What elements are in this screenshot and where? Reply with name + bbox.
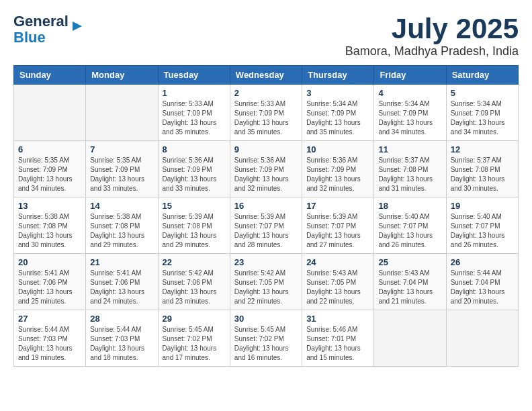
day-number: 4: [378, 88, 441, 98]
day-info: Sunrise: 5:37 AM Sunset: 7:08 PM Dayligh…: [378, 156, 441, 193]
calendar-cell: [14, 85, 86, 141]
calendar-cell: [86, 85, 158, 141]
day-info: Sunrise: 5:42 AM Sunset: 7:06 PM Dayligh…: [163, 269, 226, 306]
day-number: 30: [234, 314, 298, 324]
day-number: 2: [234, 88, 298, 98]
day-info: Sunrise: 5:41 AM Sunset: 7:06 PM Dayligh…: [18, 269, 81, 306]
day-number: 27: [18, 314, 81, 324]
day-number: 11: [378, 144, 441, 154]
day-info: Sunrise: 5:36 AM Sunset: 7:09 PM Dayligh…: [234, 156, 298, 193]
calendar-cell: 5Sunrise: 5:34 AM Sunset: 7:09 PM Daylig…: [446, 85, 518, 141]
day-info: Sunrise: 5:45 AM Sunset: 7:02 PM Dayligh…: [234, 325, 298, 363]
calendar-cell: 11Sunrise: 5:37 AM Sunset: 7:08 PM Dayli…: [374, 141, 446, 197]
logo-text: GeneralBlue: [13, 13, 69, 46]
calendar-cell: 25Sunrise: 5:43 AM Sunset: 7:04 PM Dayli…: [374, 254, 446, 310]
calendar-cell: 29Sunrise: 5:45 AM Sunset: 7:02 PM Dayli…: [158, 310, 230, 367]
calendar-cell: 26Sunrise: 5:44 AM Sunset: 7:04 PM Dayli…: [446, 254, 518, 310]
calendar-cell: 20Sunrise: 5:41 AM Sunset: 7:06 PM Dayli…: [14, 254, 86, 310]
day-number: 28: [90, 314, 153, 324]
day-info: Sunrise: 5:39 AM Sunset: 7:07 PM Dayligh…: [306, 212, 369, 250]
day-number: 15: [163, 201, 226, 211]
day-info: Sunrise: 5:35 AM Sunset: 7:09 PM Dayligh…: [18, 156, 81, 193]
calendar-body: 1Sunrise: 5:33 AM Sunset: 7:09 PM Daylig…: [14, 85, 519, 367]
day-number: 12: [451, 144, 514, 154]
day-number: 25: [378, 257, 441, 267]
day-info: Sunrise: 5:44 AM Sunset: 7:03 PM Dayligh…: [18, 325, 81, 363]
day-number: 16: [234, 201, 298, 211]
day-number: 31: [306, 314, 369, 324]
svg-marker-0: [73, 21, 82, 31]
calendar-week-2: 6Sunrise: 5:35 AM Sunset: 7:09 PM Daylig…: [14, 141, 519, 197]
calendar-cell: 15Sunrise: 5:39 AM Sunset: 7:08 PM Dayli…: [158, 197, 230, 254]
calendar-cell: 19Sunrise: 5:40 AM Sunset: 7:07 PM Dayli…: [446, 197, 518, 254]
day-info: Sunrise: 5:43 AM Sunset: 7:04 PM Dayligh…: [378, 269, 441, 306]
calendar-cell: 27Sunrise: 5:44 AM Sunset: 7:03 PM Dayli…: [14, 310, 86, 367]
day-info: Sunrise: 5:34 AM Sunset: 7:09 PM Dayligh…: [451, 99, 514, 137]
day-number: 9: [234, 144, 298, 154]
calendar-week-4: 20Sunrise: 5:41 AM Sunset: 7:06 PM Dayli…: [14, 254, 519, 310]
page-header: GeneralBlue July 2025 Bamora, Madhya Pra…: [13, 13, 519, 58]
day-number: 6: [18, 144, 81, 154]
calendar-cell: 31Sunrise: 5:46 AM Sunset: 7:01 PM Dayli…: [302, 310, 374, 367]
day-number: 13: [18, 201, 81, 211]
calendar-cell: 24Sunrise: 5:43 AM Sunset: 7:05 PM Dayli…: [302, 254, 374, 310]
day-number: 22: [163, 257, 226, 267]
calendar-table: SundayMondayTuesdayWednesdayThursdayFrid…: [13, 65, 519, 367]
day-info: Sunrise: 5:40 AM Sunset: 7:07 PM Dayligh…: [451, 212, 514, 250]
calendar-cell: 10Sunrise: 5:36 AM Sunset: 7:09 PM Dayli…: [302, 141, 374, 197]
day-number: 3: [306, 88, 369, 98]
day-info: Sunrise: 5:33 AM Sunset: 7:09 PM Dayligh…: [163, 99, 226, 137]
day-number: 20: [18, 257, 81, 267]
calendar-cell: 8Sunrise: 5:36 AM Sunset: 7:09 PM Daylig…: [158, 141, 230, 197]
day-info: Sunrise: 5:42 AM Sunset: 7:05 PM Dayligh…: [234, 269, 298, 306]
calendar-cell: 14Sunrise: 5:38 AM Sunset: 7:08 PM Dayli…: [86, 197, 158, 254]
day-info: Sunrise: 5:38 AM Sunset: 7:08 PM Dayligh…: [90, 212, 153, 250]
calendar-cell: 6Sunrise: 5:35 AM Sunset: 7:09 PM Daylig…: [14, 141, 86, 197]
calendar-cell: 1Sunrise: 5:33 AM Sunset: 7:09 PM Daylig…: [158, 85, 230, 141]
day-number: 8: [163, 144, 226, 154]
calendar-cell: 30Sunrise: 5:45 AM Sunset: 7:02 PM Dayli…: [230, 310, 302, 367]
day-info: Sunrise: 5:43 AM Sunset: 7:05 PM Dayligh…: [306, 269, 369, 306]
day-info: Sunrise: 5:45 AM Sunset: 7:02 PM Dayligh…: [163, 325, 226, 363]
weekday-header-tuesday: Tuesday: [158, 66, 230, 85]
day-number: 5: [451, 88, 514, 98]
calendar-cell: 22Sunrise: 5:42 AM Sunset: 7:06 PM Dayli…: [158, 254, 230, 310]
weekday-header-wednesday: Wednesday: [230, 66, 302, 85]
calendar-cell: 12Sunrise: 5:37 AM Sunset: 7:08 PM Dayli…: [446, 141, 518, 197]
day-info: Sunrise: 5:39 AM Sunset: 7:08 PM Dayligh…: [163, 212, 226, 250]
calendar-cell: 17Sunrise: 5:39 AM Sunset: 7:07 PM Dayli…: [302, 197, 374, 254]
weekday-header-friday: Friday: [374, 66, 446, 85]
day-number: 21: [90, 257, 153, 267]
day-number: 29: [163, 314, 226, 324]
day-info: Sunrise: 5:38 AM Sunset: 7:08 PM Dayligh…: [18, 212, 81, 250]
location-subtitle: Bamora, Madhya Pradesh, India: [345, 44, 519, 58]
day-number: 7: [90, 144, 153, 154]
calendar-cell: 13Sunrise: 5:38 AM Sunset: 7:08 PM Dayli…: [14, 197, 86, 254]
day-info: Sunrise: 5:37 AM Sunset: 7:08 PM Dayligh…: [451, 156, 514, 193]
calendar-header-row: SundayMondayTuesdayWednesdayThursdayFrid…: [14, 66, 519, 85]
day-info: Sunrise: 5:35 AM Sunset: 7:09 PM Dayligh…: [90, 156, 153, 193]
day-number: 26: [451, 257, 514, 267]
calendar-cell: 28Sunrise: 5:44 AM Sunset: 7:03 PM Dayli…: [86, 310, 158, 367]
weekday-header-sunday: Sunday: [14, 66, 86, 85]
calendar-cell: [374, 310, 446, 367]
day-number: 23: [234, 257, 298, 267]
day-number: 14: [90, 201, 153, 211]
day-number: 10: [306, 144, 369, 154]
day-info: Sunrise: 5:34 AM Sunset: 7:09 PM Dayligh…: [378, 99, 441, 137]
day-info: Sunrise: 5:41 AM Sunset: 7:06 PM Dayligh…: [90, 269, 153, 306]
calendar-cell: 23Sunrise: 5:42 AM Sunset: 7:05 PM Dayli…: [230, 254, 302, 310]
calendar-cell: 7Sunrise: 5:35 AM Sunset: 7:09 PM Daylig…: [86, 141, 158, 197]
calendar-cell: 21Sunrise: 5:41 AM Sunset: 7:06 PM Dayli…: [86, 254, 158, 310]
title-block: July 2025 Bamora, Madhya Pradesh, India: [345, 13, 519, 58]
calendar-cell: 18Sunrise: 5:40 AM Sunset: 7:07 PM Dayli…: [374, 197, 446, 254]
calendar-week-5: 27Sunrise: 5:44 AM Sunset: 7:03 PM Dayli…: [14, 310, 519, 367]
day-info: Sunrise: 5:36 AM Sunset: 7:09 PM Dayligh…: [163, 156, 226, 193]
weekday-header-saturday: Saturday: [446, 66, 518, 85]
day-number: 19: [451, 201, 514, 211]
day-info: Sunrise: 5:34 AM Sunset: 7:09 PM Dayligh…: [306, 99, 369, 137]
calendar-cell: 2Sunrise: 5:33 AM Sunset: 7:09 PM Daylig…: [230, 85, 302, 141]
calendar-cell: 16Sunrise: 5:39 AM Sunset: 7:07 PM Dayli…: [230, 197, 302, 254]
day-info: Sunrise: 5:44 AM Sunset: 7:04 PM Dayligh…: [451, 269, 514, 306]
logo: GeneralBlue: [13, 13, 85, 46]
